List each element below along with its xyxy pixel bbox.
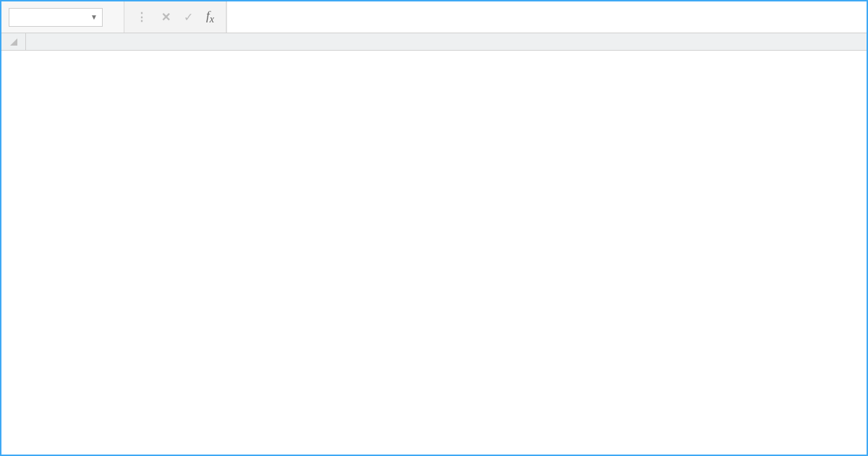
- name-box-region: ▼: [1, 1, 124, 33]
- chevron-down-icon[interactable]: ▼: [90, 13, 98, 21]
- app-frame: ▼ ⋮ ✕ ✓ fx: [0, 0, 868, 456]
- select-all-triangle[interactable]: [1, 33, 26, 50]
- handle-icon: ⋮: [136, 10, 148, 24]
- column-headers: [1, 33, 867, 51]
- fx-icon[interactable]: fx: [206, 9, 214, 25]
- check-icon[interactable]: ✓: [184, 10, 193, 24]
- formula-bar: ▼ ⋮ ✕ ✓ fx: [1, 1, 867, 33]
- formula-input[interactable]: [226, 1, 867, 33]
- formula-bar-buttons: ⋮ ✕ ✓ fx: [124, 1, 226, 33]
- cancel-icon[interactable]: ✕: [161, 10, 171, 24]
- name-box[interactable]: ▼: [9, 8, 103, 27]
